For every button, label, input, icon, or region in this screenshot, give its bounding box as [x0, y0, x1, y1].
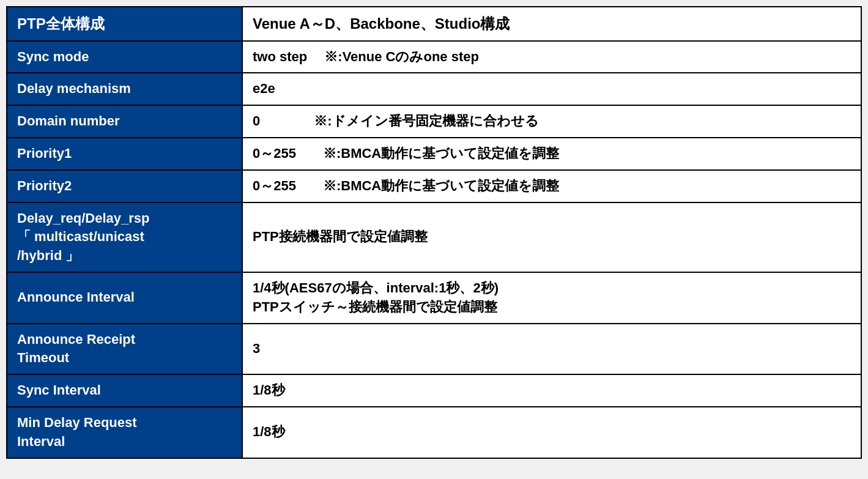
table-row: Domain number0 ※:ドメイン番号固定機器に合わせる: [7, 105, 861, 138]
label-cell-domain-number: Domain number: [7, 105, 242, 138]
value-cell-delay-mechanism: e2e: [242, 73, 861, 105]
value-cell-sync-interval: 1/8秒: [242, 374, 861, 407]
value-cell-domain-number: 0 ※:ドメイン番号固定機器に合わせる: [242, 105, 861, 138]
label-cell-priority2: Priority2: [7, 170, 242, 202]
table-row: Sync Interval1/8秒: [7, 374, 861, 407]
label-cell-ptp-overall: PTP全体構成: [7, 7, 242, 41]
table-row: Announce ReceiptTimeout3: [7, 324, 861, 375]
label-cell-sync-mode: Sync mode: [7, 41, 242, 73]
table-wrapper: PTP全体構成Venue A～D、Backbone、Studio構成Sync m…: [6, 6, 862, 459]
label-cell-delay-mechanism: Delay mechanism: [7, 73, 242, 105]
value-cell-announce-interval: 1/4秒(AES67の場合、interval:1秒、2秒)PTPスイッチ～接続機…: [242, 272, 861, 324]
value-cell-announce-receipt-timeout: 3: [242, 324, 861, 375]
ptp-config-table: PTP全体構成Venue A～D、Backbone、Studio構成Sync m…: [6, 6, 862, 459]
value-cell-priority2: 0～255 ※:BMCA動作に基づいて設定値を調整: [242, 170, 861, 202]
table-row: Priority20～255 ※:BMCA動作に基づいて設定値を調整: [7, 170, 861, 202]
table-row: Announce Interval1/4秒(AES67の場合、interval:…: [7, 272, 861, 324]
value-cell-min-delay-request-interval: 1/8秒: [242, 407, 861, 458]
label-cell-announce-receipt-timeout: Announce ReceiptTimeout: [7, 324, 242, 375]
value-cell-sync-mode: two step ※:Venue Cのみone step: [242, 41, 861, 73]
value-cell-priority1: 0～255 ※:BMCA動作に基づいて設定値を調整: [242, 138, 861, 170]
table-row: PTP全体構成Venue A～D、Backbone、Studio構成: [7, 7, 861, 41]
label-cell-min-delay-request-interval: Min Delay RequestInterval: [7, 407, 242, 458]
value-cell-delay-req-rsp: PTP接続機器間で設定値調整: [242, 202, 861, 272]
table-row: Delay mechanisme2e: [7, 73, 861, 105]
value-cell-ptp-overall: Venue A～D、Backbone、Studio構成: [242, 7, 861, 41]
label-cell-sync-interval: Sync Interval: [7, 374, 242, 407]
table-row: Min Delay RequestInterval1/8秒: [7, 407, 861, 458]
table-row: Priority10～255 ※:BMCA動作に基づいて設定値を調整: [7, 138, 861, 170]
label-cell-delay-req-rsp: Delay_req/Delay_rsp「 multicast/unicast /…: [7, 202, 242, 272]
table-row: Delay_req/Delay_rsp「 multicast/unicast /…: [7, 202, 861, 272]
label-cell-priority1: Priority1: [7, 138, 242, 170]
label-cell-announce-interval: Announce Interval: [7, 272, 242, 324]
table-row: Sync modetwo step ※:Venue Cのみone step: [7, 41, 861, 73]
